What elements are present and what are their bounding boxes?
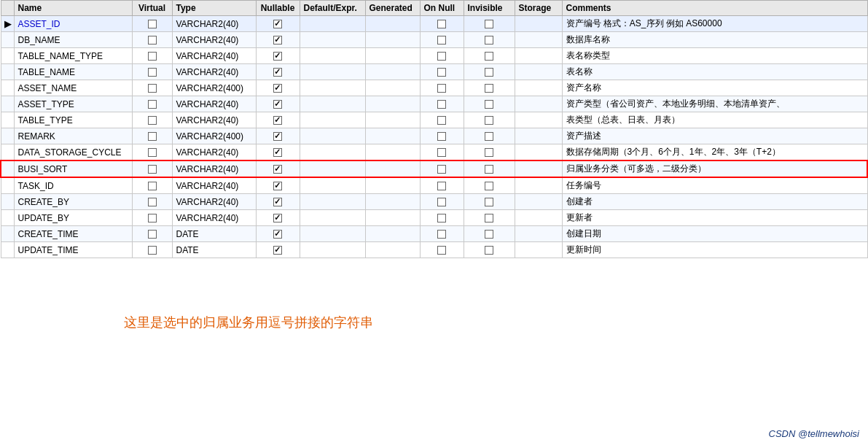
invisible-checkbox[interactable] bbox=[485, 198, 493, 206]
row-nullable[interactable] bbox=[256, 194, 300, 210]
virtual-checkbox[interactable] bbox=[148, 36, 157, 44]
row-virtual[interactable] bbox=[132, 64, 172, 80]
row-virtual[interactable] bbox=[132, 144, 172, 161]
virtual-checkbox[interactable] bbox=[148, 84, 157, 93]
virtual-checkbox[interactable] bbox=[148, 132, 157, 141]
row-nullable[interactable] bbox=[256, 32, 300, 48]
row-invisible[interactable] bbox=[464, 194, 515, 210]
invisible-checkbox[interactable] bbox=[485, 100, 493, 109]
nullable-checkbox[interactable] bbox=[273, 214, 282, 222]
row-nullable[interactable] bbox=[256, 210, 300, 226]
table-row[interactable]: DB_NAMEVARCHAR2(40)数据库名称 bbox=[1, 32, 867, 48]
row-virtual[interactable] bbox=[132, 112, 172, 128]
virtual-checkbox[interactable] bbox=[148, 198, 157, 206]
row-invisible[interactable] bbox=[464, 16, 515, 32]
row-virtual[interactable] bbox=[132, 32, 172, 48]
row-virtual[interactable] bbox=[132, 242, 172, 258]
table-row[interactable]: CREATE_BYVARCHAR2(40)创建者 bbox=[1, 194, 867, 210]
virtual-checkbox[interactable] bbox=[148, 214, 157, 222]
header-virtual[interactable]: Virtual bbox=[132, 1, 172, 16]
on-null-checkbox[interactable] bbox=[437, 182, 446, 190]
invisible-checkbox[interactable] bbox=[485, 84, 493, 93]
on-null-checkbox[interactable] bbox=[437, 36, 446, 44]
row-nullable[interactable] bbox=[256, 48, 300, 64]
row-virtual[interactable] bbox=[132, 80, 172, 96]
row-on-null[interactable] bbox=[420, 177, 464, 194]
header-storage[interactable]: Storage bbox=[515, 1, 562, 16]
row-invisible[interactable] bbox=[464, 64, 515, 80]
row-on-null[interactable] bbox=[420, 32, 464, 48]
on-null-checkbox[interactable] bbox=[437, 20, 446, 28]
invisible-checkbox[interactable] bbox=[485, 116, 493, 125]
header-comments[interactable]: Comments bbox=[562, 1, 867, 16]
nullable-checkbox[interactable] bbox=[273, 230, 282, 239]
row-virtual[interactable] bbox=[132, 210, 172, 226]
on-null-checkbox[interactable] bbox=[437, 84, 446, 93]
row-invisible[interactable] bbox=[464, 32, 515, 48]
row-virtual[interactable] bbox=[132, 177, 172, 194]
on-null-checkbox[interactable] bbox=[437, 230, 446, 239]
table-row[interactable]: TABLE_TYPEVARCHAR2(40)表类型（总表、日表、月表） bbox=[1, 112, 867, 128]
nullable-checkbox[interactable] bbox=[273, 68, 282, 77]
row-virtual[interactable] bbox=[132, 16, 172, 32]
virtual-checkbox[interactable] bbox=[148, 230, 157, 239]
row-on-null[interactable] bbox=[420, 64, 464, 80]
invisible-checkbox[interactable] bbox=[485, 165, 493, 174]
header-generated[interactable]: Generated bbox=[365, 1, 420, 16]
table-row[interactable]: DATA_STORAGE_CYCLEVARCHAR2(40)数据存储周期（3个月… bbox=[1, 144, 867, 161]
nullable-checkbox[interactable] bbox=[273, 148, 282, 157]
invisible-checkbox[interactable] bbox=[485, 214, 493, 222]
nullable-checkbox[interactable] bbox=[273, 165, 282, 174]
table-row[interactable]: TASK_IDVARCHAR2(40)任务编号 bbox=[1, 177, 867, 194]
row-invisible[interactable] bbox=[464, 177, 515, 194]
on-null-checkbox[interactable] bbox=[437, 132, 446, 141]
virtual-checkbox[interactable] bbox=[148, 148, 157, 157]
virtual-checkbox[interactable] bbox=[148, 182, 157, 190]
row-on-null[interactable] bbox=[420, 80, 464, 96]
table-row[interactable]: REMARKVARCHAR2(400)资产描述 bbox=[1, 128, 867, 144]
row-on-null[interactable] bbox=[420, 16, 464, 32]
table-row[interactable]: BUSI_SORTVARCHAR2(40)归属业务分类（可多选，二级分类） bbox=[1, 160, 867, 177]
row-on-null[interactable] bbox=[420, 144, 464, 161]
invisible-checkbox[interactable] bbox=[485, 246, 493, 255]
row-on-null[interactable] bbox=[420, 48, 464, 64]
header-invisible[interactable]: Invisible bbox=[464, 1, 515, 16]
row-invisible[interactable] bbox=[464, 160, 515, 177]
header-nullable[interactable]: Nullable bbox=[256, 1, 300, 16]
row-nullable[interactable] bbox=[256, 80, 300, 96]
nullable-checkbox[interactable] bbox=[273, 100, 282, 109]
nullable-checkbox[interactable] bbox=[273, 182, 282, 190]
on-null-checkbox[interactable] bbox=[437, 68, 446, 77]
row-on-null[interactable] bbox=[420, 226, 464, 242]
header-name[interactable]: Name bbox=[14, 1, 132, 16]
table-row[interactable]: CREATE_TIMEDATE创建日期 bbox=[1, 226, 867, 242]
invisible-checkbox[interactable] bbox=[485, 148, 493, 157]
on-null-checkbox[interactable] bbox=[437, 116, 446, 125]
on-null-checkbox[interactable] bbox=[437, 246, 446, 255]
row-invisible[interactable] bbox=[464, 144, 515, 161]
row-nullable[interactable] bbox=[256, 226, 300, 242]
virtual-checkbox[interactable] bbox=[148, 116, 157, 125]
row-virtual[interactable] bbox=[132, 48, 172, 64]
header-type[interactable]: Type bbox=[172, 1, 256, 16]
row-on-null[interactable] bbox=[420, 194, 464, 210]
table-row[interactable]: UPDATE_TIMEDATE更新时间 bbox=[1, 242, 867, 258]
row-invisible[interactable] bbox=[464, 96, 515, 112]
row-virtual[interactable] bbox=[132, 226, 172, 242]
nullable-checkbox[interactable] bbox=[273, 132, 282, 141]
virtual-checkbox[interactable] bbox=[148, 165, 157, 174]
row-invisible[interactable] bbox=[464, 210, 515, 226]
header-on-null[interactable]: On Null bbox=[420, 1, 464, 16]
row-virtual[interactable] bbox=[132, 194, 172, 210]
virtual-checkbox[interactable] bbox=[148, 100, 157, 109]
row-on-null[interactable] bbox=[420, 128, 464, 144]
row-nullable[interactable] bbox=[256, 177, 300, 194]
row-on-null[interactable] bbox=[420, 242, 464, 258]
row-invisible[interactable] bbox=[464, 80, 515, 96]
nullable-checkbox[interactable] bbox=[273, 198, 282, 206]
nullable-checkbox[interactable] bbox=[273, 116, 282, 125]
row-on-null[interactable] bbox=[420, 210, 464, 226]
nullable-checkbox[interactable] bbox=[273, 84, 282, 93]
row-nullable[interactable] bbox=[256, 160, 300, 177]
virtual-checkbox[interactable] bbox=[148, 246, 157, 255]
